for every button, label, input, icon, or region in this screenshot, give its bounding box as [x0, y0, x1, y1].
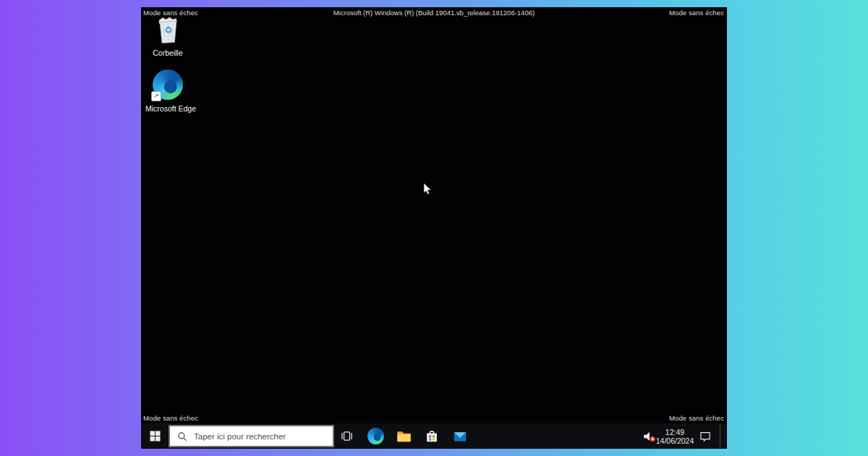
- volume-muted-icon[interactable]: [641, 423, 657, 449]
- recycle-bin-icon: ♻: [154, 15, 182, 44]
- taskbar-mail-button[interactable]: [446, 423, 474, 449]
- shortcut-arrow-icon: ↗: [151, 91, 161, 101]
- edge-icon: ↗: [153, 69, 183, 100]
- desktop-icon-label: Corbeille: [145, 49, 190, 57]
- svg-text:♻: ♻: [164, 25, 173, 35]
- taskbar: Taper ici pour rechercher: [141, 423, 727, 449]
- windows-build-label: Microsoft (R) Windows (R) (Build 19041.v…: [141, 9, 727, 17]
- search-placeholder: Taper ici pour rechercher: [194, 432, 286, 441]
- taskbar-clock[interactable]: 12:49 14/06/2024: [655, 423, 694, 449]
- file-explorer-icon: [396, 428, 412, 444]
- action-center-bubble-icon: [699, 430, 712, 443]
- show-desktop-button[interactable]: [720, 423, 727, 449]
- safe-mode-label-top-right: Mode sans échec: [669, 9, 724, 17]
- desktop-icon-label: Microsoft Edge: [145, 105, 190, 113]
- taskbar-edge-button[interactable]: [362, 423, 390, 449]
- desktop-icon-recycle-bin[interactable]: ♻ Corbeille: [145, 15, 190, 57]
- mouse-cursor: [423, 182, 432, 196]
- tray-date: 14/06/2024: [656, 436, 694, 445]
- mail-icon: [452, 428, 468, 444]
- tray-time: 12:49: [665, 428, 684, 436]
- task-view-icon: [339, 428, 354, 444]
- taskbar-search-input[interactable]: Taper ici pour rechercher: [169, 425, 334, 447]
- page: { "colors": { "bg-gradient-left": "#8a50…: [0, 0, 868, 456]
- windows-desktop[interactable]: Mode sans échec Microsoft (R) Windows (R…: [141, 7, 727, 449]
- edge-icon: [367, 428, 384, 444]
- search-icon: [177, 431, 187, 442]
- store-icon: [424, 428, 440, 444]
- safe-mode-label-bottom-left: Mode sans échec: [143, 414, 198, 422]
- desktop-icon-edge[interactable]: ↗ Microsoft Edge: [145, 69, 190, 113]
- taskbar-file-explorer-button[interactable]: [390, 423, 418, 449]
- taskbar-store-button[interactable]: [417, 423, 446, 449]
- start-button[interactable]: [141, 423, 169, 449]
- windows-logo-icon: [150, 431, 161, 442]
- safe-mode-label-bottom-right: Mode sans échec: [669, 414, 724, 422]
- action-center-button[interactable]: [698, 423, 712, 449]
- task-view-button[interactable]: [333, 423, 361, 449]
